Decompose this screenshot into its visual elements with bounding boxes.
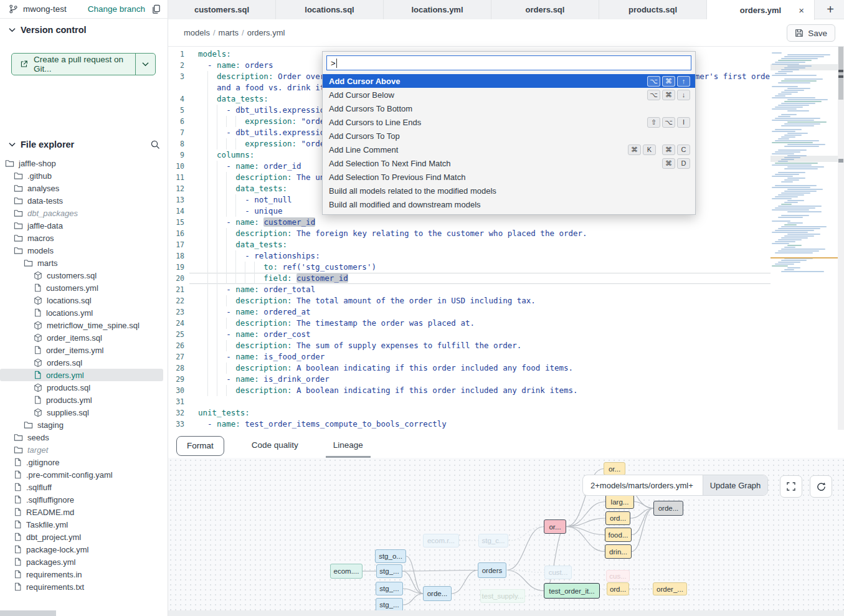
file-tree-item-seeds[interactable]: seeds — [0, 431, 163, 443]
file-tree-item-dbt_project.yml[interactable]: dbt_project.yml — [0, 531, 163, 543]
file-tree-item-metricflow_time_spine.sql[interactable]: metricflow_time_spine.sql — [0, 319, 163, 331]
file-tree-item-order_items.sql[interactable]: order_items.sql — [0, 331, 163, 344]
lineage-node-12[interactable]: test_order_it... — [544, 583, 600, 599]
format-button[interactable]: Format — [176, 436, 224, 456]
save-button[interactable]: Save — [787, 24, 835, 42]
file-tree-item-orders.yml[interactable]: orders.yml — [0, 369, 163, 381]
file-tree-item-target[interactable]: target — [0, 443, 163, 456]
file-tree-item-data-tests[interactable]: data-tests — [0, 194, 163, 207]
file-tree-item-analyses[interactable]: analyses — [0, 182, 163, 194]
palette-item-3[interactable]: Add Cursors to Line Ends⇧⌥I — [323, 115, 695, 129]
tab-customers.sql[interactable]: customers.sql — [168, 0, 276, 19]
file-tree-item-marts[interactable]: marts — [0, 257, 163, 269]
editor-scrollbar[interactable] — [838, 47, 844, 430]
change-branch-link[interactable]: Change branch — [88, 4, 145, 14]
palette-item-0[interactable]: Add Cursor Above⌥⌘↑ — [323, 74, 695, 88]
bottom-tab-code-quality[interactable]: Code quality — [244, 434, 306, 458]
file-explorer-header[interactable]: File explorer — [9, 140, 74, 149]
file-tree-item-requirements.txt[interactable]: requirements.txt — [0, 580, 163, 593]
tab-locations.sql[interactable]: locations.sql — [276, 0, 384, 19]
command-palette[interactable]: > Add Cursor Above⌥⌘↑Add Cursor Below⌥⌘↓… — [322, 51, 696, 215]
code-line[interactable]: 24 description: The timestamp the order … — [168, 318, 844, 329]
code-line[interactable]: 30 description: A boolean indicating if … — [168, 385, 844, 396]
tab-products.sql[interactable]: products.sql — [599, 0, 707, 19]
file-tree-item-packages.yml[interactable]: packages.yml — [0, 556, 163, 568]
code-line[interactable]: 25 - name: order_cost — [168, 329, 844, 340]
version-control-header[interactable]: Version control — [9, 25, 87, 35]
code-line-current[interactable]: 20 field: customer_id — [168, 273, 844, 284]
lineage-node-19[interactable]: ord... — [607, 582, 629, 595]
file-tree-item-jaffle-shop[interactable]: jaffle-shop — [0, 157, 163, 169]
tab-orders.sql[interactable]: orders.sql — [491, 0, 599, 19]
file-tree-item-macros[interactable]: macros — [0, 232, 163, 244]
file-tree-item-.sqlfluffignore[interactable]: .sqlfluffignore — [0, 493, 163, 506]
copy-icon[interactable] — [151, 4, 161, 14]
refresh-button[interactable] — [810, 475, 832, 498]
lineage-node-1[interactable]: stg_o... — [375, 549, 406, 563]
file-tree-item-package-lock.yml[interactable]: package-lock.yml — [0, 543, 163, 556]
lineage-node-9[interactable]: or... — [544, 519, 566, 534]
lineage-node-21[interactable]: or... — [604, 462, 625, 475]
palette-item-5[interactable]: Add Line Comment⌘K⌘C — [323, 143, 695, 156]
lineage-selector-input[interactable]: 2+models/marts/orders.yml+ — [583, 475, 703, 495]
code-line[interactable]: 18 - relationships: — [168, 250, 844, 262]
lineage-node-2[interactable]: stg_... — [376, 564, 402, 578]
lineage-node-13[interactable]: larg... — [605, 495, 634, 509]
lineage-node-15[interactable]: food... — [605, 528, 632, 542]
file-tree-item-locations.yml[interactable]: locations.yml — [0, 306, 163, 319]
file-tree-item-dbt_packages[interactable]: dbt_packages — [0, 207, 163, 219]
lineage-node-17[interactable]: orde... — [653, 501, 683, 516]
tab-orders.yml[interactable]: orders.yml× — [707, 0, 815, 20]
command-palette-input[interactable]: > — [326, 55, 691, 70]
fullscreen-button[interactable] — [780, 475, 802, 498]
file-tree-item-products.yml[interactable]: products.yml — [0, 394, 163, 406]
update-graph-button[interactable]: Update Graph — [703, 475, 767, 495]
lineage-node-20[interactable]: order_... — [653, 582, 687, 595]
lineage-node-0[interactable]: ecom.... — [330, 564, 363, 579]
code-line[interactable]: 27 - name: is_food_order — [168, 351, 844, 362]
code-line[interactable]: 16 description: The foreign key relating… — [168, 228, 844, 239]
lineage-node-4[interactable]: stg_... — [376, 598, 403, 610]
code-line[interactable]: 31 — [168, 396, 844, 407]
file-tree-item-.gitignore[interactable]: .gitignore — [0, 456, 163, 468]
lineage-canvas[interactable]: ecom....stg_o...stg_...stg_...stg_...ord… — [168, 458, 844, 610]
palette-item-2[interactable]: Add Cursors To Bottom — [323, 102, 695, 115]
file-tree-item-orders.sql[interactable]: orders.sql — [0, 356, 163, 369]
code-line[interactable]: 23 - name: ordered_at — [168, 306, 844, 318]
file-tree-item-locations.sql[interactable]: locations.sql — [0, 294, 163, 306]
code-line[interactable]: 17 data_tests: — [168, 239, 844, 250]
scrollbar-thumb[interactable] — [838, 47, 843, 100]
file-tree-item-customers.sql[interactable]: customers.sql — [0, 269, 163, 282]
palette-item-8[interactable]: Build all models related to the modified… — [323, 184, 695, 197]
file-tree-item-supplies.sql[interactable]: supplies.sql — [0, 406, 163, 419]
file-tree-item-jaffle-data[interactable]: jaffle-data — [0, 219, 163, 232]
palette-item-1[interactable]: Add Cursor Below⌥⌘↓ — [323, 88, 695, 102]
file-tree-item-models[interactable]: models — [0, 244, 163, 257]
file-tree-item-staging[interactable]: staging — [0, 419, 163, 431]
breadcrumb-part[interactable]: models — [184, 28, 210, 37]
new-tab-button[interactable]: + — [815, 0, 844, 19]
code-line[interactable]: 21 - name: order_total — [168, 284, 844, 295]
code-line[interactable]: 26 description: The sum of supply expens… — [168, 340, 844, 351]
code-line[interactable]: 22 description: The total amount of the … — [168, 295, 844, 306]
palette-item-9[interactable]: Build all modified and downstream models — [323, 197, 695, 211]
lineage-scrollbar-track[interactable] — [168, 610, 844, 616]
palette-item-7[interactable]: Add Selection To Previous Find Match — [323, 170, 695, 184]
file-tree-item-.sqlfluff[interactable]: .sqlfluff — [0, 481, 163, 493]
code-line[interactable]: 15 - name: customer_id — [168, 217, 844, 228]
code-line[interactable]: 19 to: ref('stg_customers') — [168, 262, 844, 273]
search-icon[interactable] — [150, 140, 160, 149]
file-tree-item-Taskfile.yml[interactable]: Taskfile.yml — [0, 518, 163, 531]
file-tree-item-README.md[interactable]: README.md — [0, 506, 163, 518]
file-tree-item-.pre-commit-config.yaml[interactable]: .pre-commit-config.yaml — [0, 468, 163, 481]
create-pull-request-button[interactable]: Create a pull request on Git... — [11, 53, 156, 75]
palette-item-6[interactable]: Add Selection To Next Find Match⌘D — [323, 156, 695, 170]
lineage-node-14[interactable]: ord... — [605, 511, 630, 525]
file-tree-item-.github[interactable]: .github — [0, 169, 163, 182]
lineage-node-3[interactable]: stg_... — [376, 582, 403, 595]
lineage-node-16[interactable]: drin... — [605, 544, 632, 559]
file-tree-item-order_items.yml[interactable]: order_items.yml — [0, 344, 163, 356]
code-line[interactable]: 29 - name: is_drink_order — [168, 374, 844, 385]
code-line[interactable]: 33 - name: test_order_items_compute_to_b… — [168, 419, 844, 430]
file-tree-item-requirements.in[interactable]: requirements.in — [0, 568, 163, 580]
